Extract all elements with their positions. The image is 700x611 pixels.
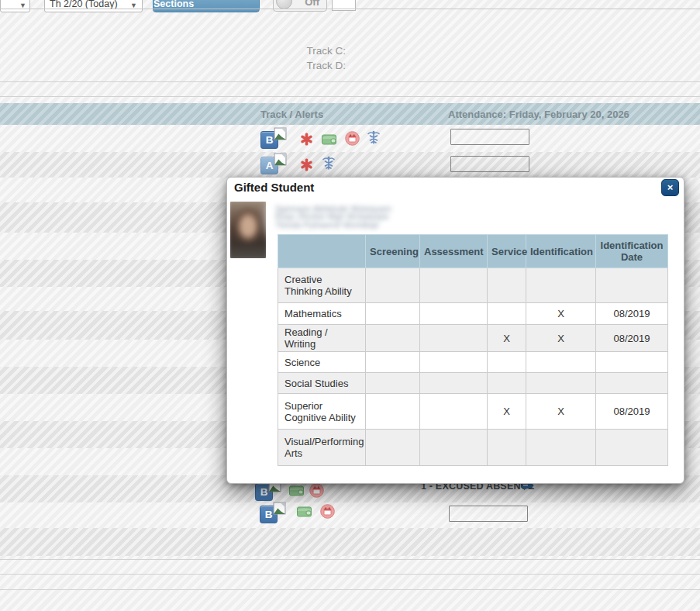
student-row-band	[0, 528, 700, 556]
attendance-header-band: Track / Alerts Attendance: Friday, Febru…	[0, 103, 700, 125]
show-multiple-sections-button[interactable]: Show Multiple Sections	[153, 0, 260, 12]
close-button[interactable]: ×	[661, 179, 679, 196]
caduceus-medical-icon[interactable]	[367, 130, 381, 148]
divider	[0, 96, 700, 97]
modal-title: Gifted Student	[234, 181, 314, 194]
divider	[0, 559, 700, 560]
table-row: Reading / Writing X X 08/2019	[278, 325, 668, 352]
attendance-calendar-icon[interactable]	[345, 131, 360, 149]
redacted-student-info: Sgmrwen Abhklvde Wstequam Ruqv Zfnolse M…	[275, 204, 453, 229]
divider	[0, 589, 700, 590]
student-photo-icon[interactable]	[274, 127, 287, 143]
medical-alert-icon[interactable]	[300, 158, 313, 174]
off-toggle[interactable]: Off	[273, 0, 327, 12]
attendance-code-input[interactable]	[450, 129, 529, 145]
table-row: Creative Thinking Ability	[278, 268, 668, 303]
gifted-table: Screening Assessment Service Identificat…	[278, 234, 668, 466]
track-d-label: Track D:	[229, 58, 346, 73]
col-service: Service	[488, 235, 526, 268]
close-icon: ×	[667, 181, 674, 193]
track-alerts-header: Track / Alerts	[260, 109, 323, 120]
toggle-label: Off	[305, 0, 319, 8]
track-c-label: Track C:	[229, 43, 346, 58]
fees-wallet-icon[interactable]	[297, 506, 312, 520]
col-assessment: Assessment	[420, 235, 488, 268]
col-category	[278, 235, 366, 268]
medical-alert-icon[interactable]	[300, 133, 313, 149]
divider	[0, 574, 700, 575]
table-row: Science	[278, 352, 668, 373]
divider	[0, 9, 700, 9]
table-row: Social Studies	[278, 373, 668, 394]
attendance-code-input[interactable]	[450, 156, 529, 172]
student-row-band	[0, 152, 700, 178]
fees-wallet-icon[interactable]	[289, 485, 304, 499]
caduceus-medical-icon[interactable]	[322, 156, 336, 174]
track-labels: Track C: Track D:	[229, 43, 346, 73]
student-photo-icon[interactable]	[273, 502, 286, 518]
table-row: Superior Cognitive Ability X X 08/2019	[278, 394, 668, 430]
attendance-date-header: Attendance: Friday, February 20, 2026	[448, 109, 629, 120]
divider	[0, 81, 700, 82]
gifted-student-modal: Gifted Student × Sgmrwen Abhklvde Wstequ…	[226, 177, 684, 484]
student-photo	[230, 202, 266, 258]
table-header-row: Screening Assessment Service Identificat…	[278, 235, 668, 268]
table-row: Visual/Performing Arts	[278, 430, 668, 466]
attendance-page: ▼ Th 2/20 (Today) ▼ Show Multiple Sectio…	[0, 0, 700, 611]
col-identification-date: Identification Date	[596, 235, 668, 268]
attendance-code-input[interactable]	[449, 506, 528, 522]
section-dropdown-partial[interactable]: ▼	[0, 0, 30, 12]
table-row: Mathematics X 08/2019	[278, 303, 668, 325]
date-dropdown[interactable]: Th 2/20 (Today) ▼	[44, 0, 143, 12]
col-identification: Identification	[526, 235, 596, 268]
attendance-calendar-icon[interactable]	[309, 483, 324, 501]
attendance-calendar-icon[interactable]	[320, 504, 335, 522]
col-screening: Screening	[366, 235, 420, 268]
student-photo-icon[interactable]	[274, 153, 287, 169]
fees-wallet-icon[interactable]	[322, 133, 336, 148]
